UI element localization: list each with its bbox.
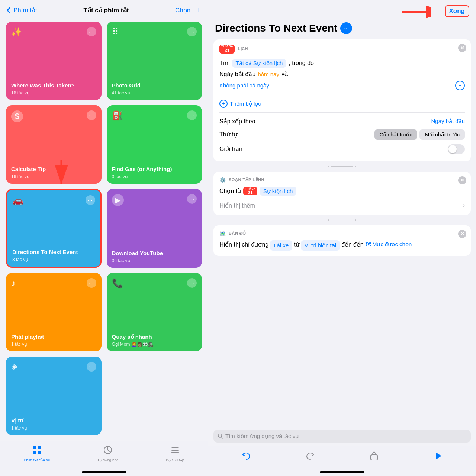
grid-icon: ⠿ (112, 27, 119, 37)
bottom-tab-bar: Phím tắt của tôi Tự động hóa Bộ sưu tập (0, 441, 208, 470)
calendar-section-title: LỊCH (238, 46, 248, 51)
right-content: THỨ BA 31 LỊCH ✕ Tìm Tất cả Sự kiện lịch… (208, 39, 476, 427)
chon-button[interactable]: Chọn (175, 6, 190, 14)
card-menu-button[interactable]: ··· (87, 110, 96, 120)
calendar-filter-pill[interactable]: Tất cả Sự kiện lịch (232, 59, 287, 68)
map-card-header: 🗺️ BÀN ĐỒ (219, 231, 465, 237)
card-top: ⛽ ··· (112, 110, 197, 121)
card-content: Calculate Tip 16 tác vụ (11, 164, 96, 179)
card-top: ◈ ··· (11, 362, 96, 372)
search-bar[interactable]: Tìm kiếm ứng dụng và tác vụ (213, 430, 471, 443)
map-action-card: 🗺️ BÀN ĐỒ ✕ Hiển thị chỉ đường Lái xe từ… (213, 225, 471, 256)
phone-icon: 📞 (112, 278, 123, 289)
shortcut-card-download-youtube[interactable]: ▶ ··· Download YouTube 36 tác vụ (107, 189, 202, 267)
shortcut-card-directions-to-next-event[interactable]: 🚗 ··· Directions To Next Event 3 tác vụ (6, 189, 102, 267)
add-filter-label: Thêm bộ lọc (230, 100, 261, 107)
close-script-card-button[interactable]: ✕ (458, 176, 466, 184)
shortcut-card-quay-so-nhanh[interactable]: 📞 ··· Quay số nhanh Gọi Mom 👩‍🦰👩🏽👀🕵🏿 (107, 273, 202, 351)
card-menu-button[interactable]: ··· (87, 362, 96, 372)
card-menu-button[interactable]: ··· (187, 278, 197, 288)
card-menu-button[interactable]: ··· (86, 195, 95, 205)
automation-tab-icon (103, 445, 113, 457)
drive-mode-pill[interactable]: Lái xe (270, 240, 292, 251)
shortcut-card-vi-tri[interactable]: ◈ ··· Vị trí 1 tác vụ (6, 357, 102, 435)
script-section-title: SOẠN TẬP LỆNH (229, 177, 264, 182)
tab-tu-dong-hoa[interactable]: Tự động hóa (97, 445, 119, 462)
card-top: ♪ ··· (11, 278, 96, 289)
date-label: Ngày bắt đầu (219, 71, 255, 78)
collection-tab-icon (170, 445, 180, 457)
card-subtitle: 1 tác vụ (11, 342, 96, 347)
shortcuts-grid: ✨ ··· Where Was This Taken? 16 tác vụ ⠿ … (0, 19, 208, 441)
play-icon: ▶ (112, 194, 124, 206)
destination-label[interactable]: 🗺 Mục được chọn (365, 240, 412, 249)
show-more-label: Hiển thị thêm (219, 202, 255, 209)
tab-bo-suu-tap-label: Bộ sưu tập (166, 458, 184, 462)
card-menu-button[interactable]: ··· (187, 27, 197, 36)
section-divider2 (213, 219, 471, 222)
card-top: $ ··· (11, 110, 96, 122)
card-title: Where Was This Taken? (11, 82, 96, 89)
remove-filter-button[interactable]: − (455, 81, 465, 90)
chevron-right-icon: › (463, 202, 465, 209)
redo-button[interactable] (304, 450, 316, 462)
shortcut-card-phat-playlist[interactable]: ♪ ··· Phát playlist 1 tác vụ (6, 273, 102, 351)
card-content: Directions To Next Event 3 tác vụ (12, 247, 95, 262)
card-subtitle: Gọi Mom 👩‍🦰👩🏽👀🕵🏿 (112, 342, 197, 347)
limit-toggle[interactable] (448, 144, 465, 154)
page-title: Tất cả phím tắt (84, 6, 129, 14)
current-location-pill[interactable]: Vị trí hiện tại (301, 240, 340, 251)
tab-bo-suu-tap[interactable]: Bộ sưu tập (166, 445, 184, 462)
card-top: 📞 ··· (112, 278, 197, 289)
grid-tab-icon (32, 445, 42, 457)
order-label: Thứ tự (219, 131, 237, 138)
shortcut-card-calculate-tip[interactable]: $ ··· Calculate Tip 16 tác vụ (6, 105, 102, 184)
choose-prefix: Chọn từ (219, 187, 241, 194)
svg-rect-3 (38, 446, 41, 449)
date-value[interactable]: hôm nay (258, 71, 279, 77)
card-menu-button[interactable]: ··· (87, 278, 96, 288)
right-header: Directions To Next Event ··· (208, 21, 476, 39)
close-calendar-card-button[interactable]: ✕ (458, 44, 466, 52)
more-options-button[interactable]: ··· (340, 22, 352, 34)
calendar-card-header: THỨ BA 31 LỊCH (219, 45, 465, 54)
add-filter-row[interactable]: + Thêm bộ lọc (219, 98, 465, 109)
order-new-button[interactable]: Mới nhất trước (419, 129, 465, 140)
script-badge-num: 31 (248, 190, 253, 195)
left-nav: Phím tắt Tất cả phím tắt Chọn + (0, 0, 208, 19)
filter-value[interactable]: Không phải cả ngày (219, 82, 269, 89)
sort-label: Sắp xếp theo (219, 118, 255, 125)
card-menu-button[interactable]: ··· (87, 27, 96, 36)
shortcut-card-where-was-this-taken[interactable]: ✨ ··· Where Was This Taken? 16 tác vụ (6, 22, 102, 100)
show-more-row[interactable]: Hiển thị thêm › (219, 199, 465, 210)
card-title: Vị trí (11, 417, 96, 424)
directions-row: Hiển thị chỉ đường Lái xe từ Vị trí hiện… (219, 240, 465, 251)
shortcut-card-photo-grid[interactable]: ⠿ ··· Photo Grid 41 tác vụ (107, 22, 202, 100)
svg-rect-9 (171, 452, 179, 453)
add-shortcut-button[interactable]: + (196, 5, 201, 15)
card-menu-button[interactable]: ··· (187, 194, 197, 204)
sort-value[interactable]: Ngày bắt đầu (431, 118, 465, 125)
back-button[interactable]: Phím tắt (7, 6, 37, 14)
sort-row: Sắp xếp theo Ngày bắt đầu (219, 116, 465, 127)
card-subtitle: 1 tác vụ (11, 425, 96, 431)
xong-button[interactable]: Xong (445, 5, 470, 17)
home-indicator-right (320, 471, 364, 473)
script-action-card: ⚙️ SOẠN TẬP LỆNH ✕ Chọn từ THỨ BA 31 Sự … (213, 172, 471, 215)
card-subtitle: 36 tác vụ (112, 258, 197, 263)
close-map-card-button[interactable]: ✕ (458, 230, 466, 238)
shortcut-card-find-gas[interactable]: ⛽ ··· Find Gas (or Anything) 3 tác vụ (107, 105, 202, 184)
card-title: Quay số nhanh (112, 334, 197, 340)
order-old-button[interactable]: Cũ nhất trước (374, 129, 418, 140)
right-nav: Xong (208, 0, 476, 21)
run-button[interactable] (432, 450, 444, 462)
undo-button[interactable] (240, 450, 253, 462)
share-button[interactable] (368, 450, 380, 462)
tab-phim-tat[interactable]: Phím tắt của tôi (24, 445, 50, 462)
svg-rect-5 (38, 451, 41, 454)
order-buttons: Cũ nhất trước Mới nhất trước (374, 129, 465, 140)
script-choose-value[interactable]: Sự kiện lịch (260, 187, 297, 196)
card-menu-button[interactable]: ··· (187, 110, 197, 120)
find-row: Tìm Tất cả Sự kiện lịch , trong đó (219, 57, 465, 69)
card-content: Where Was This Taken? 16 tác vụ (11, 80, 96, 96)
